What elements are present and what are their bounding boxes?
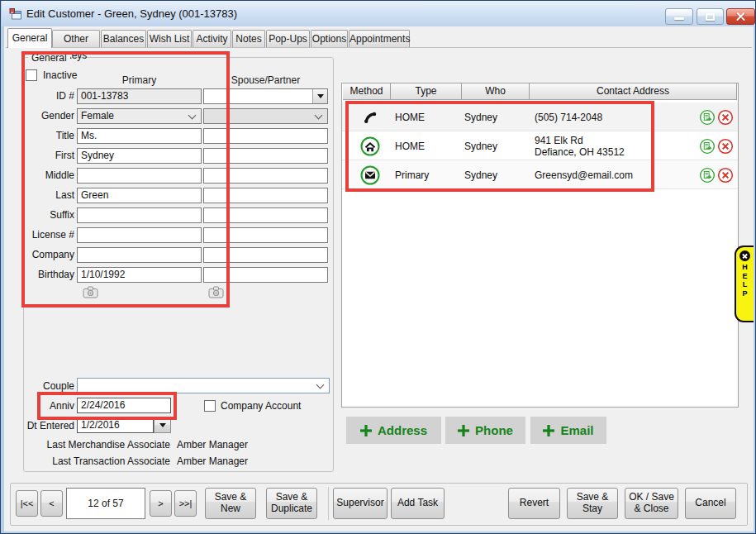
previous-record-button[interactable]: <: [40, 490, 63, 517]
plus-icon: [360, 425, 372, 436]
camera-icon[interactable]: [208, 286, 224, 298]
delete-contact-button[interactable]: [717, 167, 734, 184]
add-phone-button[interactable]: Phone: [445, 417, 525, 444]
save-and-stay-button[interactable]: Save & Stay: [567, 488, 618, 519]
dropdown-triangle-icon: [159, 423, 166, 427]
company-account-checkbox[interactable]: [204, 400, 216, 412]
contact-who: Sydney: [464, 131, 530, 160]
first-record-button[interactable]: |<<: [16, 490, 38, 517]
phone-icon: [359, 103, 382, 131]
help-close-icon[interactable]: [739, 250, 750, 261]
date-entered-field[interactable]: 1/2/2016: [77, 417, 154, 433]
date-entered-dropdown-button[interactable]: [154, 417, 171, 433]
help-tab[interactable]: H E L P: [735, 246, 754, 322]
couple-label: Couple: [12, 379, 74, 394]
tab-appointments[interactable]: Appointments: [349, 30, 410, 47]
tab-balances[interactable]: Balances: [101, 30, 146, 47]
tab-options[interactable]: Options: [311, 30, 348, 47]
delete-contact-button[interactable]: [717, 109, 734, 126]
tab-strip-divider: [6, 47, 752, 48]
birthday-field[interactable]: 1/10/1992: [77, 267, 202, 283]
last-name-field[interactable]: Green: [77, 188, 202, 203]
spouse-birthday-field[interactable]: [203, 267, 328, 283]
gender-value: Female: [81, 110, 114, 122]
primary-column-header: Primary: [77, 74, 202, 86]
anniversary-field[interactable]: 2/24/2016: [77, 398, 171, 413]
tab-other-keys[interactable]: Other Keys: [52, 30, 100, 47]
contact-header-address[interactable]: Contact Address: [530, 83, 737, 100]
middle-name-field[interactable]: [77, 168, 202, 184]
id-label: ID #: [12, 88, 74, 104]
dropdown-triangle-icon: [317, 94, 324, 98]
tab-notes[interactable]: Notes: [232, 30, 265, 47]
tab-general[interactable]: General: [7, 28, 52, 48]
last-label: Last: [12, 188, 74, 203]
minimize-button[interactable]: [665, 8, 693, 25]
delete-contact-button[interactable]: [717, 138, 734, 155]
spouse-first-name-field[interactable]: [203, 148, 328, 164]
edit-contact-button[interactable]: [699, 109, 716, 126]
email-icon: [359, 160, 382, 189]
spouse-last-name-field[interactable]: [203, 188, 328, 203]
next-record-button[interactable]: >: [150, 490, 172, 517]
id-number-field[interactable]: 001-13783: [77, 88, 202, 104]
license-field[interactable]: [77, 227, 202, 243]
chevron-down-icon: [316, 381, 325, 389]
spouse-title-field[interactable]: [203, 128, 328, 144]
spouse-company-field[interactable]: [203, 247, 328, 263]
plus-icon: [458, 425, 469, 436]
inactive-checkbox[interactable]: [26, 69, 37, 81]
middle-label: Middle: [12, 168, 74, 184]
record-position-field[interactable]: 12 of 57: [66, 488, 145, 519]
camera-icon[interactable]: [83, 286, 98, 298]
spouse-license-field[interactable]: [203, 227, 328, 243]
general-groupbox-legend: General: [28, 52, 70, 64]
title-bar[interactable]: Edit Customer - Green, Sydney (001-13783…: [2, 1, 756, 26]
ok-save-close-button[interactable]: OK / Save & Close: [625, 488, 678, 519]
spouse-id-combobox[interactable]: [203, 88, 328, 104]
add-email-button[interactable]: Email: [530, 417, 606, 444]
couple-combobox[interactable]: [77, 378, 330, 393]
spouse-id-dropdown-button[interactable]: [312, 89, 327, 103]
contact-header-method[interactable]: Method: [343, 83, 391, 100]
last-record-button[interactable]: >>|: [174, 490, 197, 517]
contact-header-type[interactable]: Type: [391, 83, 462, 100]
last-transaction-associate-label: Last Transaction Associate: [16, 455, 170, 467]
company-account-label: Company Account: [221, 400, 301, 412]
date-entered-label: Dt Entered: [12, 418, 74, 434]
close-button[interactable]: [726, 8, 755, 25]
tab-wish-list[interactable]: Wish List: [147, 30, 192, 47]
contact-header-who[interactable]: Who: [462, 83, 530, 100]
last-merchandise-associate-label: Last Merchandise Associate: [16, 439, 170, 451]
tab-activity[interactable]: Activity: [193, 30, 231, 47]
save-and-new-button[interactable]: Save & New: [205, 488, 256, 519]
gender-combobox[interactable]: Female: [77, 108, 202, 124]
title-field[interactable]: Ms.: [77, 128, 202, 144]
maximize-button[interactable]: [697, 8, 724, 25]
supervisor-button[interactable]: Supervisor: [333, 488, 388, 519]
tab-pop-ups[interactable]: Pop-Ups: [266, 30, 310, 47]
spouse-suffix-field[interactable]: [203, 207, 328, 223]
last-transaction-associate-value: Amber Manager: [177, 455, 248, 467]
add-address-button[interactable]: Address: [346, 417, 441, 444]
window-title: Edit Customer - Green, Sydney (001-13783…: [26, 1, 237, 26]
chevron-down-icon: [188, 112, 197, 120]
company-field[interactable]: [77, 247, 202, 263]
edit-contact-button[interactable]: [699, 138, 716, 155]
suffix-field[interactable]: [77, 207, 202, 223]
first-name-field[interactable]: Sydney: [77, 148, 202, 164]
spouse-middle-name-field[interactable]: [203, 168, 328, 184]
save-and-duplicate-button[interactable]: Save & Duplicate: [266, 488, 317, 519]
add-task-button[interactable]: Add Task: [391, 488, 445, 519]
edit-contact-button[interactable]: [699, 167, 716, 184]
contact-who: Sydney: [464, 160, 530, 189]
home-icon: [359, 131, 382, 160]
spouse-column-header: Spouse/Partner: [203, 74, 328, 86]
contact-type: Primary: [395, 160, 461, 189]
anniversary-label: Anniv: [12, 398, 74, 414]
contact-address: 941 Elk Rd Defiance, OH 43512: [535, 131, 696, 160]
spouse-gender-combobox[interactable]: [203, 108, 328, 124]
cancel-button[interactable]: Cancel: [685, 488, 736, 519]
contact-type: HOME: [395, 131, 461, 160]
revert-button[interactable]: Revert: [508, 488, 560, 519]
